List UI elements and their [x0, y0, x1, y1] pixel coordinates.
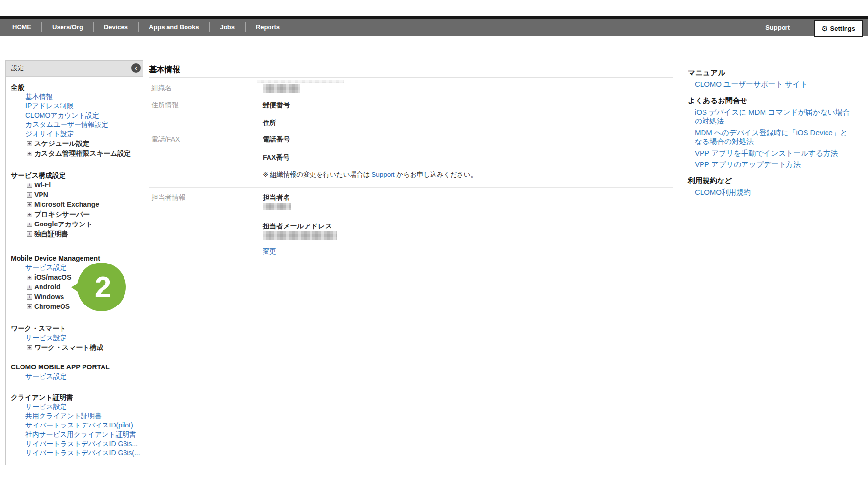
help-link[interactable]: VPP アプリのアップデート方法 [695, 160, 854, 169]
expand-plus-icon[interactable]: + [27, 304, 32, 309]
redacted-org-strip [257, 80, 344, 83]
expand-plus-icon[interactable]: + [27, 285, 32, 290]
nav-items: HOMEUsers/OrgDevicesApps and BooksJobsRe… [0, 19, 290, 36]
nav-item-home[interactable]: HOME [2, 22, 41, 32]
sidebar-item-item[interactable]: 社内サービス用クライアント証明書 [25, 430, 139, 439]
help-group-title: 利用規約など [688, 176, 854, 185]
sidebar-item-item[interactable]: +プロキシサーバー [27, 209, 139, 219]
sidebar-section: サービス構成設定+Wi-Fi+VPN+Microsoft Exchange+プロ… [11, 171, 139, 239]
sidebar-item-google[interactable]: +Googleアカウント [27, 219, 139, 229]
address-row: 住所情報 郵便番号 住所 [149, 101, 673, 126]
change-link[interactable]: 変更 [263, 247, 276, 256]
sidebar-item-item[interactable]: サービス設定 [25, 402, 139, 411]
help-link[interactable]: VPP アプリを手動でインストールする方法 [695, 149, 854, 158]
sidebar-section-title: サービス構成設定 [11, 171, 139, 180]
sidebar-item-item[interactable]: 共用クライアント証明書 [25, 411, 139, 421]
org-label: 組織名 [149, 79, 263, 93]
help-link[interactable]: CLOMO利用規約 [695, 188, 854, 197]
street-label: 住所 [263, 119, 673, 126]
sidebar-item-vpn[interactable]: +VPN [27, 190, 139, 200]
sidebar-section-title: 全般 [11, 83, 139, 92]
phone-row: 電話/FAX 電話番号 FAX番号 [149, 135, 673, 161]
clomo-settings-page: HOMEUsers/OrgDevicesApps and BooksJobsRe… [0, 0, 868, 488]
nav-item-reports[interactable]: Reports [245, 22, 290, 32]
phone-fields: 電話番号 FAX番号 [263, 135, 673, 161]
sidebar-section: CLOMO MOBILE APP PORTALサービス設定 [11, 363, 139, 381]
contact-section-label: 担当者情報 [149, 193, 263, 256]
contact-email-label: 担当者メールアドレス [263, 222, 673, 230]
sidebar-item-ip[interactable]: IPアドレス制限 [25, 102, 139, 111]
tab-settings[interactable]: ⚙ Settings [814, 20, 863, 37]
sidebar-section-title: クライアント証明書 [11, 393, 139, 402]
sidebar-item-item[interactable]: ジオサイト設定 [25, 129, 139, 139]
top-navigation: HOMEUsers/OrgDevicesApps and BooksJobsRe… [0, 16, 868, 36]
nav-item-devices[interactable]: Devices [93, 22, 138, 32]
expand-plus-icon[interactable]: + [27, 141, 32, 146]
sidebar-item-item[interactable]: サービス設定 [25, 263, 139, 272]
org-change-note: ※ 組織情報の変更を行いたい場合は Support からお申し込みください。 [263, 171, 673, 179]
sidebar-section-title: Mobile Device Management [11, 254, 139, 263]
expand-plus-icon[interactable]: + [27, 231, 32, 237]
expand-plus-icon[interactable]: + [27, 151, 32, 156]
sidebar-item-item[interactable]: サービス設定 [25, 333, 139, 343]
help-group: 利用規約などCLOMO利用規約 [688, 176, 854, 197]
step-number: 2 [95, 272, 111, 302]
sidebar-item-item[interactable]: サービス設定 [25, 372, 139, 381]
expand-plus-icon[interactable]: + [27, 294, 32, 300]
help-link[interactable]: iOS デバイスに MDM コマンドが届かない場合の対処法 [695, 108, 854, 126]
help-panel: マニュアルCLOMO ユーザーサポート サイトよくあるお問合せiOS デバイスに… [679, 60, 868, 465]
settings-tab-label: Settings [830, 25, 855, 32]
sidebar-item-item[interactable]: +カスタム管理権限スキーム設定 [27, 148, 139, 158]
redacted-contact-name [263, 203, 291, 210]
sidebar-header: 設定 ‹ [6, 61, 143, 77]
expand-plus-icon[interactable]: + [27, 222, 32, 227]
nav-item-jobs[interactable]: Jobs [209, 22, 245, 32]
divider [149, 77, 673, 78]
sidebar-item-id-pilot[interactable]: サイバートラストデバイスID(pilot)... [25, 421, 139, 430]
settings-sidebar: 設定 ‹ 全般基本情報IPアドレス制限CLOMOアカウント設定カスタムユーザー情… [5, 60, 143, 465]
nav-item-users-org[interactable]: Users/Org [41, 22, 93, 32]
expand-plus-icon[interactable]: + [27, 192, 32, 198]
sidebar-section-title: CLOMO MOBILE APP PORTAL [11, 363, 139, 372]
gear-icon: ⚙ [821, 25, 827, 32]
sidebar-item-wi-fi[interactable]: +Wi-Fi [27, 180, 139, 190]
nav-right: Support [765, 19, 790, 36]
redacted-org-name [263, 84, 300, 93]
support-note-link[interactable]: Support [372, 171, 394, 178]
expand-plus-icon[interactable]: + [27, 212, 32, 217]
sidebar-item-item[interactable]: カスタムユーザー情報設定 [25, 120, 139, 129]
org-row: 組織名 [149, 79, 673, 93]
step-2-badge: 2 [77, 263, 126, 311]
help-group-title: マニュアル [688, 68, 854, 77]
sidebar-item-id-g3is[interactable]: サイバートラストデバイスID G3is... [25, 439, 139, 448]
sidebar-item-item[interactable]: +独自証明書 [27, 229, 139, 239]
phone-label: 電話番号 [263, 135, 673, 143]
help-group: マニュアルCLOMO ユーザーサポート サイト [688, 68, 854, 89]
sidebar-item-microsoft-exchange[interactable]: +Microsoft Exchange [27, 200, 139, 209]
sidebar-collapse-button[interactable]: ‹ [131, 63, 141, 73]
note-row: ※ 組織情報の変更を行いたい場合は Support からお申し込みください。 [149, 171, 673, 179]
sidebar-title: 設定 [6, 64, 24, 73]
sidebar-item-id-g3is[interactable]: サイバートラストデバイスID G3is(... [25, 448, 139, 458]
contact-row: 担当者情報 担当者名 担当者メールアドレス 変更 [149, 193, 673, 256]
org-value [263, 79, 673, 93]
support-link[interactable]: Support [765, 24, 790, 31]
sidebar-section: 全般基本情報IPアドレス制限CLOMOアカウント設定カスタムユーザー情報設定ジオ… [11, 83, 139, 158]
sidebar-section: ワーク・スマートサービス設定+ワーク・スマート構成 [11, 324, 139, 352]
sidebar-item-item[interactable]: +ワーク・スマート構成 [27, 343, 139, 352]
expand-plus-icon[interactable]: + [27, 275, 32, 280]
help-link[interactable]: MDM へのデバイス登録時に「iOS Device」となる場合の対処法 [695, 128, 854, 146]
expand-plus-icon[interactable]: + [27, 183, 32, 188]
expand-plus-icon[interactable]: + [27, 345, 32, 350]
page-title: 基本情報 [149, 65, 673, 74]
postal-label: 郵便番号 [263, 101, 673, 109]
nav-item-apps-and-books[interactable]: Apps and Books [138, 22, 209, 32]
expand-plus-icon[interactable]: + [27, 202, 32, 207]
note-text: ※ 組織情報の変更を行いたい場合は [263, 171, 372, 178]
help-link[interactable]: CLOMO ユーザーサポート サイト [695, 80, 854, 89]
basic-info-panel: 基本情報 組織名 住所情報 郵便番号 住所 電話/FAX 電話番号 FAX番号 [143, 60, 679, 256]
contact-name-label: 担当者名 [263, 193, 673, 201]
sidebar-item-item[interactable]: 基本情報 [25, 92, 139, 102]
sidebar-item-clomo[interactable]: CLOMOアカウント設定 [25, 111, 139, 120]
sidebar-item-item[interactable]: +スケジュール設定 [27, 139, 139, 148]
